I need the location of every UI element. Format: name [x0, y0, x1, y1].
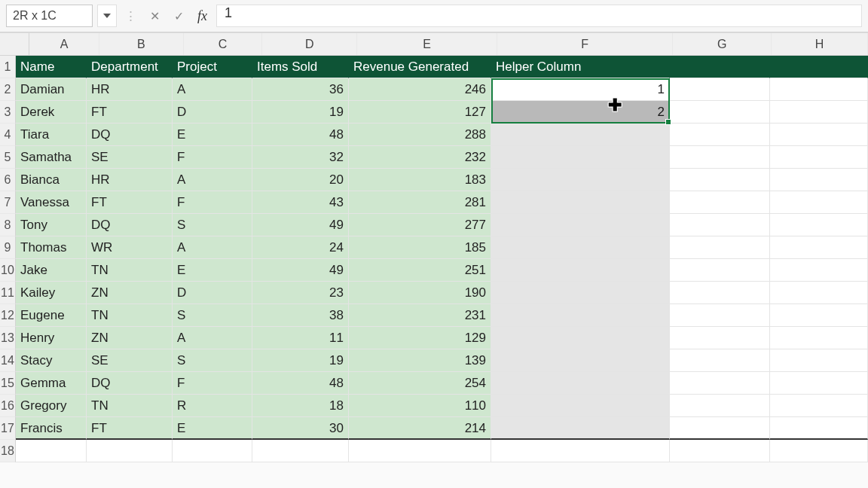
cell-revenue[interactable]: 231: [349, 304, 491, 327]
cell[interactable]: [252, 440, 349, 462]
row-header[interactable]: 15: [0, 372, 16, 395]
cell[interactable]: [770, 349, 868, 372]
cell-department[interactable]: TN: [87, 259, 173, 282]
cell-department[interactable]: WR: [87, 236, 173, 259]
cell[interactable]: [16, 440, 87, 462]
cell[interactable]: [670, 78, 770, 101]
cell-revenue[interactable]: 281: [349, 191, 491, 214]
cell[interactable]: [670, 146, 770, 169]
col-header-D[interactable]: D: [262, 33, 357, 55]
cell-name[interactable]: Francis: [16, 417, 87, 440]
cell-helper[interactable]: [491, 169, 670, 191]
cell-name[interactable]: Tiara: [16, 124, 87, 146]
cell[interactable]: [770, 417, 868, 440]
cell-name[interactable]: Vanessa: [16, 191, 87, 214]
row-header[interactable]: 1: [0, 56, 16, 78]
cell[interactable]: [670, 124, 770, 146]
cell[interactable]: [770, 327, 868, 349]
cell-items-sold[interactable]: 36: [252, 78, 349, 101]
row-header[interactable]: 3: [0, 101, 16, 124]
cell-revenue[interactable]: 110: [349, 395, 491, 417]
col-header-B[interactable]: B: [99, 33, 184, 55]
cell-helper[interactable]: [491, 349, 670, 372]
cell-project[interactable]: D: [173, 101, 252, 124]
cell[interactable]: [770, 236, 868, 259]
cell[interactable]: [670, 304, 770, 327]
cell-items-sold[interactable]: 20: [252, 169, 349, 191]
cell-name[interactable]: Eugene: [16, 304, 87, 327]
cell[interactable]: [770, 191, 868, 214]
cell-helper[interactable]: [491, 259, 670, 282]
col-header-F[interactable]: F: [497, 33, 673, 55]
cell-items-sold[interactable]: 11: [252, 327, 349, 349]
cell[interactable]: [770, 78, 868, 101]
cell-department[interactable]: TN: [87, 304, 173, 327]
cell-revenue[interactable]: 185: [349, 236, 491, 259]
cell-revenue[interactable]: 288: [349, 124, 491, 146]
cell-items-sold[interactable]: 43: [252, 191, 349, 214]
cell[interactable]: [670, 56, 770, 78]
cell[interactable]: [770, 282, 868, 304]
cell-department[interactable]: SE: [87, 146, 173, 169]
cell-helper[interactable]: [491, 282, 670, 304]
cell[interactable]: [770, 124, 868, 146]
cell-helper[interactable]: [491, 214, 670, 236]
cell-project[interactable]: D: [173, 282, 252, 304]
cell-helper[interactable]: [491, 327, 670, 349]
cell-name[interactable]: Stacy: [16, 349, 87, 372]
cell[interactable]: [670, 191, 770, 214]
cell-revenue[interactable]: 232: [349, 146, 491, 169]
cell-items-sold[interactable]: 18: [252, 395, 349, 417]
cell[interactable]: [670, 214, 770, 236]
cell-revenue[interactable]: 251: [349, 259, 491, 282]
row-header[interactable]: 7: [0, 191, 16, 214]
cell-items-sold[interactable]: 24: [252, 236, 349, 259]
cell-items-sold[interactable]: 19: [252, 101, 349, 124]
col-header-A[interactable]: A: [29, 33, 99, 55]
fx-label[interactable]: fx: [193, 8, 212, 24]
cell[interactable]: [670, 236, 770, 259]
cell-items-sold[interactable]: 48: [252, 124, 349, 146]
cell[interactable]: [670, 395, 770, 417]
cell-project[interactable]: E: [173, 259, 252, 282]
cell[interactable]: [770, 304, 868, 327]
cell-project[interactable]: E: [173, 124, 252, 146]
col-header-C[interactable]: C: [184, 33, 262, 55]
cell-department[interactable]: DQ: [87, 372, 173, 395]
cell-project[interactable]: F: [173, 146, 252, 169]
cell-department[interactable]: SE: [87, 349, 173, 372]
row-header[interactable]: 4: [0, 124, 16, 146]
cell-revenue[interactable]: 139: [349, 349, 491, 372]
cell[interactable]: [770, 101, 868, 124]
cell-revenue[interactable]: 190: [349, 282, 491, 304]
cell-items-sold[interactable]: 32: [252, 146, 349, 169]
cell-project[interactable]: S: [173, 304, 252, 327]
cell-helper[interactable]: [491, 124, 670, 146]
col-header-E[interactable]: E: [357, 33, 497, 55]
cell-items-sold[interactable]: 23: [252, 282, 349, 304]
cell[interactable]: [770, 146, 868, 169]
row-header[interactable]: 8: [0, 214, 16, 236]
row-header[interactable]: 6: [0, 169, 16, 191]
cell-helper[interactable]: 1: [491, 78, 670, 101]
cell-department[interactable]: HR: [87, 78, 173, 101]
cell[interactable]: [770, 440, 868, 462]
cell[interactable]: [770, 214, 868, 236]
cancel-formula-button[interactable]: ✕: [145, 5, 164, 27]
cell-name[interactable]: Gemma: [16, 372, 87, 395]
header-cell[interactable]: Helper Column: [491, 56, 670, 78]
cell-name[interactable]: Kailey: [16, 282, 87, 304]
cell[interactable]: [770, 372, 868, 395]
cell-department[interactable]: FT: [87, 191, 173, 214]
cell-project[interactable]: S: [173, 214, 252, 236]
cell-department[interactable]: HR: [87, 169, 173, 191]
cell-revenue[interactable]: 254: [349, 372, 491, 395]
row-header[interactable]: 16: [0, 395, 16, 417]
cell-name[interactable]: Jake: [16, 259, 87, 282]
cell-project[interactable]: A: [173, 327, 252, 349]
cell-project[interactable]: S: [173, 349, 252, 372]
cell-project[interactable]: R: [173, 395, 252, 417]
cell-name[interactable]: Henry: [16, 327, 87, 349]
cell[interactable]: [349, 440, 491, 462]
header-cell[interactable]: Department: [87, 56, 173, 78]
